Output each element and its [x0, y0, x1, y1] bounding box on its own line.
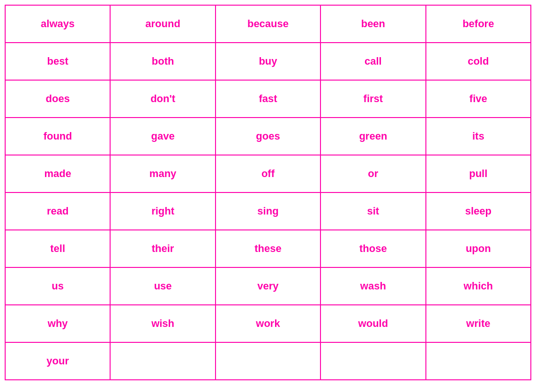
- word-cell: best: [5, 43, 110, 80]
- word-cell: both: [110, 43, 215, 80]
- table-row: readrightsingsitsleep: [5, 192, 531, 230]
- word-cell: sing: [216, 192, 320, 230]
- word-cell: always: [5, 5, 110, 43]
- word-cell: those: [320, 230, 425, 267]
- word-cell: because: [216, 5, 320, 43]
- word-cell: would: [320, 305, 425, 342]
- word-cell: around: [110, 5, 215, 43]
- word-cell: before: [426, 5, 531, 43]
- word-cell: use: [110, 267, 215, 305]
- word-table: alwaysaroundbecausebeenbeforebestbothbuy…: [5, 5, 531, 380]
- word-cell: many: [110, 155, 215, 192]
- word-cell: right: [110, 192, 215, 230]
- word-cell: which: [426, 267, 531, 305]
- word-cell: its: [426, 118, 531, 155]
- word-cell: found: [5, 118, 110, 155]
- word-cell: fast: [216, 80, 320, 118]
- word-cell: wash: [320, 267, 425, 305]
- word-cell: work: [216, 305, 320, 342]
- word-cell: five: [426, 80, 531, 118]
- word-cell: buy: [216, 43, 320, 80]
- table-row: whywishworkwouldwrite: [5, 305, 531, 342]
- word-cell: their: [110, 230, 215, 267]
- word-cell: tell: [5, 230, 110, 267]
- table-row: telltheirthesethoseupon: [5, 230, 531, 267]
- word-cell: green: [320, 118, 425, 155]
- word-cell: off: [216, 155, 320, 192]
- word-cell: first: [320, 80, 425, 118]
- table-row: mademanyofforpull: [5, 155, 531, 192]
- word-cell: [110, 342, 215, 380]
- word-cell: write: [426, 305, 531, 342]
- table-row: doesdon'tfastfirstfive: [5, 80, 531, 118]
- table-row: bestbothbuycallcold: [5, 43, 531, 80]
- word-cell: why: [5, 305, 110, 342]
- word-cell: don't: [110, 80, 215, 118]
- word-cell: gave: [110, 118, 215, 155]
- word-cell: [216, 342, 320, 380]
- word-cell: does: [5, 80, 110, 118]
- word-cell: made: [5, 155, 110, 192]
- word-cell: wish: [110, 305, 215, 342]
- word-cell: us: [5, 267, 110, 305]
- word-cell: cold: [426, 43, 531, 80]
- word-cell: these: [216, 230, 320, 267]
- word-cell: your: [5, 342, 110, 380]
- word-cell: [320, 342, 425, 380]
- word-cell: sit: [320, 192, 425, 230]
- table-row: alwaysaroundbecausebeenbefore: [5, 5, 531, 43]
- table-row: your: [5, 342, 531, 380]
- word-cell: [426, 342, 531, 380]
- word-cell: very: [216, 267, 320, 305]
- word-cell: read: [5, 192, 110, 230]
- word-cell: sleep: [426, 192, 531, 230]
- word-cell: upon: [426, 230, 531, 267]
- word-cell: pull: [426, 155, 531, 192]
- word-cell: goes: [216, 118, 320, 155]
- word-cell: call: [320, 43, 425, 80]
- table-row: ususeverywashwhich: [5, 267, 531, 305]
- table-row: foundgavegoesgreenits: [5, 118, 531, 155]
- word-cell: been: [320, 5, 425, 43]
- word-cell: or: [320, 155, 425, 192]
